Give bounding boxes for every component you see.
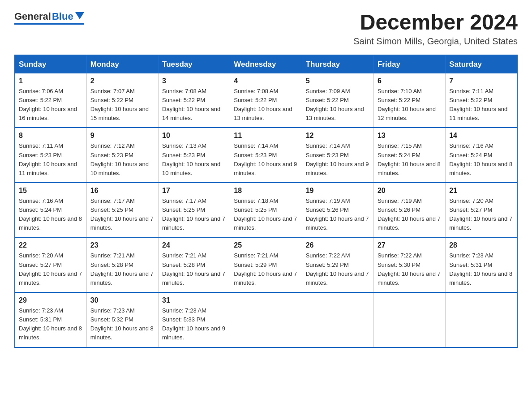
month-title: December 2024 <box>353 11 518 34</box>
day-info: Sunrise: 7:20 AMSunset: 5:27 PMDaylight:… <box>19 251 83 287</box>
calendar-cell: 26Sunrise: 7:22 AMSunset: 5:29 PMDayligh… <box>302 237 373 292</box>
day-info: Sunrise: 7:14 AMSunset: 5:23 PMDaylight:… <box>306 141 370 178</box>
day-number: 3 <box>162 77 226 85</box>
day-info: Sunrise: 7:08 AMSunset: 5:22 PMDaylight:… <box>234 87 298 123</box>
day-number: 14 <box>449 132 513 140</box>
calendar-cell: 17Sunrise: 7:17 AMSunset: 5:25 PMDayligh… <box>159 183 230 238</box>
day-info: Sunrise: 7:06 AMSunset: 5:22 PMDaylight:… <box>19 87 83 123</box>
day-number: 23 <box>90 241 154 249</box>
calendar-cell <box>446 292 517 347</box>
day-number: 10 <box>162 132 226 140</box>
day-number: 30 <box>90 296 154 304</box>
day-info: Sunrise: 7:17 AMSunset: 5:25 PMDaylight:… <box>162 197 226 233</box>
calendar-cell: 4Sunrise: 7:08 AMSunset: 5:22 PMDaylight… <box>230 73 302 128</box>
week-row-4: 22Sunrise: 7:20 AMSunset: 5:27 PMDayligh… <box>15 237 517 292</box>
calendar-cell: 1Sunrise: 7:06 AMSunset: 5:22 PMDaylight… <box>15 73 86 128</box>
weekday-header-friday: Friday <box>373 55 445 73</box>
day-number: 17 <box>162 187 226 195</box>
day-info: Sunrise: 7:12 AMSunset: 5:23 PMDaylight:… <box>90 141 154 178</box>
logo-general: General <box>14 11 51 22</box>
calendar-table: SundayMondayTuesdayWednesdayThursdayFrid… <box>14 55 518 348</box>
day-number: 25 <box>234 241 298 249</box>
logo-text: GeneralBlue <box>14 11 84 22</box>
location-title: Saint Simon Mills, Georgia, United State… <box>353 36 518 47</box>
day-number: 11 <box>234 132 298 140</box>
day-number: 20 <box>378 187 442 195</box>
week-row-1: 1Sunrise: 7:06 AMSunset: 5:22 PMDaylight… <box>15 73 517 128</box>
day-info: Sunrise: 7:22 AMSunset: 5:30 PMDaylight:… <box>378 251 442 287</box>
day-number: 15 <box>19 187 83 195</box>
calendar-cell: 2Sunrise: 7:07 AMSunset: 5:22 PMDaylight… <box>86 73 158 128</box>
calendar-cell: 11Sunrise: 7:14 AMSunset: 5:23 PMDayligh… <box>230 128 302 183</box>
calendar-cell: 29Sunrise: 7:23 AMSunset: 5:31 PMDayligh… <box>15 292 86 347</box>
day-info: Sunrise: 7:13 AMSunset: 5:23 PMDaylight:… <box>162 141 226 178</box>
day-number: 31 <box>162 296 226 304</box>
day-info: Sunrise: 7:10 AMSunset: 5:22 PMDaylight:… <box>378 87 442 123</box>
day-info: Sunrise: 7:23 AMSunset: 5:32 PMDaylight:… <box>90 306 154 342</box>
calendar-cell: 20Sunrise: 7:19 AMSunset: 5:26 PMDayligh… <box>373 183 445 238</box>
calendar-cell: 18Sunrise: 7:18 AMSunset: 5:25 PMDayligh… <box>230 183 302 238</box>
day-info: Sunrise: 7:15 AMSunset: 5:24 PMDaylight:… <box>378 141 442 178</box>
day-number: 5 <box>306 77 370 85</box>
day-number: 1 <box>19 77 83 85</box>
calendar-cell: 9Sunrise: 7:12 AMSunset: 5:23 PMDaylight… <box>86 128 158 183</box>
day-info: Sunrise: 7:19 AMSunset: 5:26 PMDaylight:… <box>306 197 370 233</box>
day-number: 6 <box>378 77 442 85</box>
logo-blue-text: Blue <box>52 11 73 22</box>
day-number: 27 <box>378 241 442 249</box>
day-info: Sunrise: 7:22 AMSunset: 5:29 PMDaylight:… <box>306 251 370 287</box>
calendar-cell: 22Sunrise: 7:20 AMSunset: 5:27 PMDayligh… <box>15 237 86 292</box>
day-info: Sunrise: 7:17 AMSunset: 5:25 PMDaylight:… <box>90 197 154 233</box>
day-info: Sunrise: 7:11 AMSunset: 5:22 PMDaylight:… <box>449 87 513 123</box>
calendar-cell: 5Sunrise: 7:09 AMSunset: 5:22 PMDaylight… <box>302 73 373 128</box>
logo-triangle-icon <box>75 12 84 19</box>
weekday-header-tuesday: Tuesday <box>159 55 230 73</box>
week-row-5: 29Sunrise: 7:23 AMSunset: 5:31 PMDayligh… <box>15 292 517 347</box>
day-info: Sunrise: 7:20 AMSunset: 5:27 PMDaylight:… <box>449 197 513 233</box>
weekday-header-row: SundayMondayTuesdayWednesdayThursdayFrid… <box>15 55 517 73</box>
day-info: Sunrise: 7:21 AMSunset: 5:29 PMDaylight:… <box>234 251 298 287</box>
weekday-header-sunday: Sunday <box>15 55 86 73</box>
day-number: 9 <box>90 132 154 140</box>
weekday-header-monday: Monday <box>86 55 158 73</box>
day-info: Sunrise: 7:19 AMSunset: 5:26 PMDaylight:… <box>378 197 442 233</box>
day-info: Sunrise: 7:11 AMSunset: 5:23 PMDaylight:… <box>19 141 83 178</box>
calendar-cell: 14Sunrise: 7:16 AMSunset: 5:24 PMDayligh… <box>446 128 517 183</box>
day-info: Sunrise: 7:16 AMSunset: 5:24 PMDaylight:… <box>449 141 513 178</box>
day-number: 29 <box>19 296 83 304</box>
day-number: 12 <box>306 132 370 140</box>
calendar-cell: 16Sunrise: 7:17 AMSunset: 5:25 PMDayligh… <box>86 183 158 238</box>
calendar-cell: 13Sunrise: 7:15 AMSunset: 5:24 PMDayligh… <box>373 128 445 183</box>
day-number: 22 <box>19 241 83 249</box>
day-number: 7 <box>449 77 513 85</box>
day-info: Sunrise: 7:23 AMSunset: 5:31 PMDaylight:… <box>449 251 513 287</box>
day-number: 24 <box>162 241 226 249</box>
day-number: 21 <box>449 187 513 195</box>
calendar-cell: 21Sunrise: 7:20 AMSunset: 5:27 PMDayligh… <box>446 183 517 238</box>
calendar-cell <box>230 292 302 347</box>
day-number: 2 <box>90 77 154 85</box>
calendar-cell: 23Sunrise: 7:21 AMSunset: 5:28 PMDayligh… <box>86 237 158 292</box>
calendar-cell <box>302 292 373 347</box>
day-info: Sunrise: 7:14 AMSunset: 5:23 PMDaylight:… <box>234 141 298 178</box>
day-number: 13 <box>378 132 442 140</box>
weekday-header-saturday: Saturday <box>446 55 517 73</box>
calendar-cell: 30Sunrise: 7:23 AMSunset: 5:32 PMDayligh… <box>86 292 158 347</box>
day-number: 8 <box>19 132 83 140</box>
week-row-3: 15Sunrise: 7:16 AMSunset: 5:24 PMDayligh… <box>15 183 517 238</box>
logo-underline <box>14 23 84 25</box>
day-number: 18 <box>234 187 298 195</box>
day-number: 16 <box>90 187 154 195</box>
calendar-cell: 8Sunrise: 7:11 AMSunset: 5:23 PMDaylight… <box>15 128 86 183</box>
calendar-cell: 25Sunrise: 7:21 AMSunset: 5:29 PMDayligh… <box>230 237 302 292</box>
day-info: Sunrise: 7:23 AMSunset: 5:33 PMDaylight:… <box>162 306 226 342</box>
day-info: Sunrise: 7:18 AMSunset: 5:25 PMDaylight:… <box>234 197 298 233</box>
calendar-cell: 15Sunrise: 7:16 AMSunset: 5:24 PMDayligh… <box>15 183 86 238</box>
calendar-cell: 24Sunrise: 7:21 AMSunset: 5:28 PMDayligh… <box>159 237 230 292</box>
title-area: December 2024 Saint Simon Mills, Georgia… <box>353 11 518 47</box>
day-info: Sunrise: 7:21 AMSunset: 5:28 PMDaylight:… <box>90 251 154 287</box>
day-number: 4 <box>234 77 298 85</box>
day-number: 26 <box>306 241 370 249</box>
calendar-cell: 3Sunrise: 7:08 AMSunset: 5:22 PMDaylight… <box>159 73 230 128</box>
calendar-cell: 27Sunrise: 7:22 AMSunset: 5:30 PMDayligh… <box>373 237 445 292</box>
